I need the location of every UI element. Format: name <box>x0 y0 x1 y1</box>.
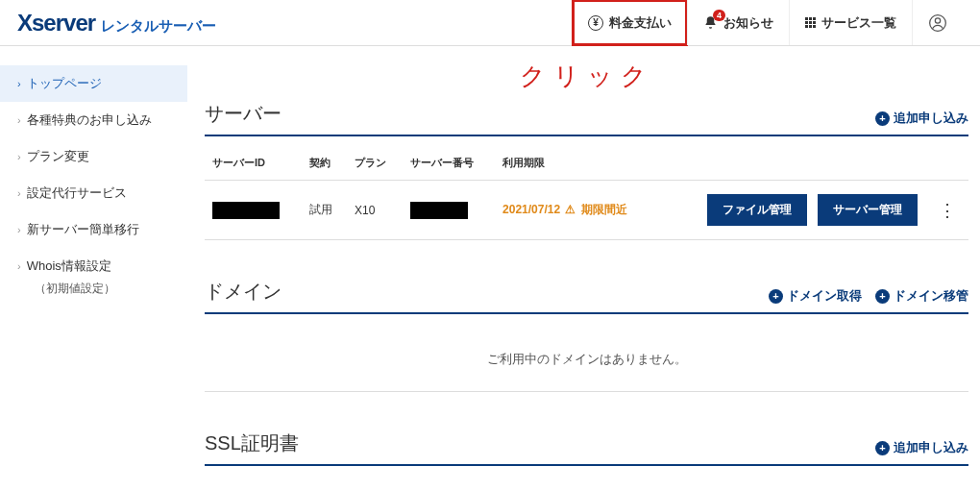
cell-contract: 試用 <box>302 181 347 240</box>
cell-plan: X10 <box>347 181 403 240</box>
nav-services[interactable]: サービス一覧 <box>789 0 912 45</box>
plus-icon: + <box>875 441 890 455</box>
action-link-label: 追加申し込み <box>894 439 968 456</box>
plus-icon: + <box>875 111 890 126</box>
sidebar-item-label: 各種特典のお申し込み <box>27 111 152 129</box>
section-ssl: SSL証明書 + 追加申し込み ご利用中のSSL証明書はありません。 <box>205 430 968 491</box>
domain-transfer-link[interactable]: + ドメイン移管 <box>875 287 968 305</box>
nav-user[interactable] <box>912 0 963 45</box>
col-contract: 契約 <box>302 150 347 181</box>
action-link-label: ドメイン取得 <box>787 287 862 305</box>
chevron-right-icon: › <box>17 224 21 235</box>
svg-point-1 <box>935 17 940 22</box>
main-content: クリック サーバー + 追加申し込み サーバーID 契約 プラン <box>187 46 980 491</box>
sidebar-item-top[interactable]: ›トップページ <box>0 65 187 102</box>
nav-notice[interactable]: 4 お知らせ <box>687 0 789 45</box>
sidebar: ›トップページ ›各種特典のお申し込み ›プラン変更 ›設定代行サービス ›新サ… <box>0 46 187 491</box>
nav-payment[interactable]: ¥ 料金支払い <box>573 0 687 45</box>
nav-services-label: サービス一覧 <box>821 14 896 32</box>
annotation-click: クリック <box>205 60 968 93</box>
table-row: . 試用 X10 . 2021/07/12 ⚠ 期限間近 ファイル管理 サーバー… <box>205 181 968 240</box>
action-link-label: ドメイン移管 <box>894 287 968 305</box>
sidebar-item-label: 設定代行サービス <box>27 184 127 202</box>
chevron-right-icon: › <box>17 114 21 126</box>
col-id: サーバーID <box>205 150 302 181</box>
sidebar-item-label: プラン変更 <box>27 148 89 165</box>
domain-get-link[interactable]: + ドメイン取得 <box>769 287 862 305</box>
grid-icon <box>805 17 816 28</box>
chevron-right-icon: › <box>17 151 21 162</box>
user-icon <box>928 13 947 33</box>
action-link-label: 追加申し込み <box>894 110 968 127</box>
chevron-right-icon: › <box>17 260 21 272</box>
sidebar-item-whois-sub: （初期値設定） <box>0 281 187 297</box>
top-header: Xserver レンタルサーバー ¥ 料金支払い 4 お知らせ サービス一覧 <box>0 0 980 46</box>
top-nav: ¥ 料金支払い 4 お知らせ サービス一覧 <box>573 0 963 45</box>
sidebar-item-label: Whois情報設定 <box>27 258 111 275</box>
bell-icon: 4 <box>703 15 718 30</box>
sidebar-item-label: 新サーバー簡単移行 <box>27 221 139 238</box>
ssl-empty-message: ご利用中のSSL証明書はありません。 <box>205 479 968 491</box>
domain-empty-message: ご利用中のドメインはありません。 <box>205 328 968 392</box>
sidebar-item-migrate[interactable]: ›新サーバー簡単移行 <box>0 211 187 248</box>
section-title-ssl: SSL証明書 <box>205 430 299 456</box>
sidebar-item-proxy[interactable]: ›設定代行サービス <box>0 175 187 211</box>
ssl-add-link[interactable]: + 追加申し込み <box>875 439 968 456</box>
redacted-server-number: . <box>410 202 468 219</box>
sidebar-item-plan[interactable]: ›プラン変更 <box>0 138 187 175</box>
sidebar-item-label: トップページ <box>27 75 102 92</box>
cell-expiry: 2021/07/12 ⚠ 期限間近 <box>495 181 659 240</box>
chevron-right-icon: › <box>17 78 21 89</box>
section-title-server: サーバー <box>205 101 282 127</box>
col-plan: プラン <box>347 150 403 181</box>
section-server: サーバー + 追加申し込み サーバーID 契約 プラン サーバー番号 利用期限 <box>205 101 968 240</box>
col-expiry: 利用期限 <box>495 150 659 181</box>
sidebar-item-benefits[interactable]: ›各種特典のお申し込み <box>0 102 187 138</box>
section-domain: ドメイン + ドメイン取得 + ドメイン移管 ご利用中のドメインはありません。 <box>205 279 968 392</box>
col-number: サーバー番号 <box>403 150 495 181</box>
sidebar-item-whois[interactable]: ›Whois情報設定 <box>0 248 187 284</box>
server-table: サーバーID 契約 プラン サーバー番号 利用期限 . 試用 X10 . <box>205 150 968 240</box>
plus-icon: + <box>875 289 890 304</box>
file-manage-button[interactable]: ファイル管理 <box>707 194 807 226</box>
section-title-domain: ドメイン <box>205 279 282 305</box>
expiry-warn-label: 期限間近 <box>581 203 627 216</box>
logo-sub: レンタルサーバー <box>101 17 216 36</box>
more-icon[interactable]: ⋮ <box>933 201 961 220</box>
notice-badge: 4 <box>713 10 725 21</box>
server-manage-button[interactable]: サーバー管理 <box>818 194 918 226</box>
chevron-right-icon: › <box>17 187 21 199</box>
logo-main: Xserver <box>17 10 95 37</box>
nav-payment-label: 料金支払い <box>609 14 672 32</box>
expiry-date: 2021/07/12 <box>502 203 560 216</box>
plus-icon: + <box>769 289 783 304</box>
yen-icon: ¥ <box>588 15 603 31</box>
logo[interactable]: Xserver レンタルサーバー <box>17 10 573 37</box>
redacted-server-id: . <box>212 202 280 219</box>
nav-notice-label: お知らせ <box>723 14 773 32</box>
server-add-link[interactable]: + 追加申し込み <box>875 110 968 127</box>
warning-icon: ⚠ <box>565 203 576 216</box>
